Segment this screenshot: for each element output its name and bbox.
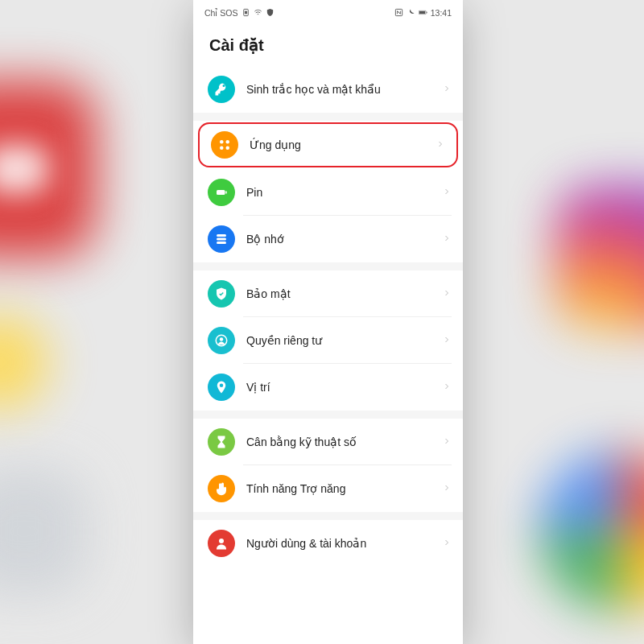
svg-rect-4 [419,11,425,14]
settings-item[interactable]: Pin [193,169,463,216]
settings-item[interactable]: Bảo mật [193,270,463,317]
settings-item-label: Ứng dụng [250,138,436,151]
group-separator [193,262,463,270]
chevron-right-icon [442,232,452,246]
chevron-right-icon [442,380,452,394]
settings-item-label: Tính năng Trợ năng [246,482,442,495]
settings-item-label: Quyền riêng tư [246,334,442,347]
settings-item[interactable]: Ứng dụng [198,122,458,167]
settings-item[interactable]: Vị trí [193,364,463,411]
settings-item[interactable]: Tính năng Trợ năng [193,465,463,512]
settings-item-label: Bộ nhớ [246,233,442,246]
settings-item[interactable]: Sinh trắc học và mật khẩu [193,66,463,113]
hand-icon [208,475,235,502]
page-title: Cài đặt [193,21,463,66]
settings-item-label: Sinh trắc học và mật khẩu [246,83,442,96]
settings-list[interactable]: Sinh trắc học và mật khẩuỨng dụngPinBộ n… [193,66,463,644]
storage-icon [208,225,235,253]
dnd-moon-icon [407,8,415,19]
svg-rect-5 [426,11,427,13]
privacy-icon [208,327,235,354]
group-separator [193,411,463,419]
location-icon [208,374,235,401]
shield-check-icon [208,280,235,308]
battery-icon [208,179,235,206]
settings-item-label: Pin [246,186,442,199]
apps-icon [211,131,238,159]
sim-icon [242,8,250,19]
chevron-right-icon [442,287,452,301]
settings-item[interactable]: Quyền riêng tư [193,317,463,364]
chevron-right-icon [436,138,445,152]
chevron-right-icon [442,481,452,496]
phone-frame: Chỉ SOS 13:41 Cài đặt Si [193,0,463,644]
svg-rect-1 [245,10,247,14]
carrier-label: Chỉ SOS [204,8,238,18]
settings-item[interactable]: Cân bằng kỹ thuật số [193,419,463,465]
group-separator [193,113,463,121]
battery-status-icon [419,8,427,19]
chevron-right-icon [442,435,452,449]
clock-label: 13:41 [431,8,452,18]
key-icon [208,76,235,103]
chevron-right-icon [442,333,452,348]
user-icon [208,530,235,557]
settings-item[interactable]: Bộ nhớ [193,216,463,262]
settings-item[interactable]: Người dùng & tài khoản [193,520,463,567]
nfc-icon [394,8,403,19]
shield-icon [266,8,275,19]
settings-item-label: Cân bằng kỹ thuật số [246,436,442,448]
chevron-right-icon [442,185,452,200]
chevron-right-icon [442,82,452,97]
hourglass-icon [208,428,235,456]
settings-item-label: Vị trí [246,381,442,394]
chevron-right-icon [442,536,452,551]
wifi-off-icon [254,8,262,19]
group-separator [193,512,463,520]
settings-item-label: Người dùng & tài khoản [246,537,442,550]
settings-item-label: Bảo mật [246,287,442,300]
status-bar: Chỉ SOS 13:41 [193,0,463,21]
